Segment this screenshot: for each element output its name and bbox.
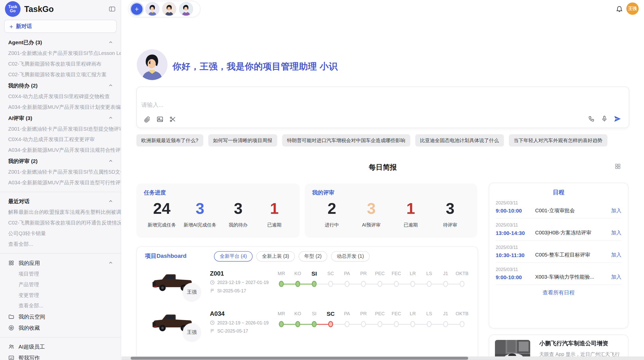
folder-icon xyxy=(8,314,14,320)
sidebar-item-cloud-space[interactable]: 我的云空间 xyxy=(0,311,121,322)
scrollbar-thumb[interactable] xyxy=(131,357,468,359)
tab-new-platform[interactable]: 全新平台 (4) xyxy=(214,251,253,261)
add-agent-button[interactable]: + xyxy=(131,3,142,15)
sidebar-item[interactable]: C02-飞腾新能源轻客改款项目里程碑画布 xyxy=(0,59,121,69)
suggestion-chip[interactable]: 欧洲新规最近颁布了什么? xyxy=(136,134,203,146)
main-content: + 王强 你好，王强，我是你的项目管理助理 小识 xyxy=(122,0,644,360)
horizontal-scrollbar[interactable] xyxy=(122,356,644,360)
chevron-up-icon xyxy=(108,115,113,121)
project-dashboard-card: 项目Dashboard 全新平台 (4) 全新上装 (3) 年型 (2) 动总开… xyxy=(136,246,478,360)
stat-in-progress: 2进行中 xyxy=(317,199,346,228)
suggestion-chip[interactable]: 比亚迪全固态电池计划具体说了什么 xyxy=(415,134,504,146)
section-my-todo[interactable]: 我的待办 (2) xyxy=(0,80,121,91)
sidebar-item[interactable]: Z001-全新燃油皮卡产品开发项目SI节点Lesson Learn报告 xyxy=(0,48,121,59)
sidebar-item-favorites[interactable]: 我的收藏 xyxy=(0,322,121,334)
flag-icon xyxy=(210,288,215,293)
suggestion-chip[interactable]: 特朗普可能对进口汽车增税会对中国车企造成哪些影响 xyxy=(282,134,410,146)
microphone-icon[interactable] xyxy=(601,115,608,122)
app-item-product-mgmt[interactable]: 产品管理 xyxy=(0,279,121,290)
tab-new-body[interactable]: 全新上装 (3) xyxy=(256,251,295,261)
sidebar-item[interactable]: Z001-全新燃油轻卡产品开发项目SI造型提交物评审 xyxy=(0,124,121,134)
scissors-icon[interactable] xyxy=(169,116,176,123)
schedule-event: 2025/03/11 9:00-10:00 C001-立项审批会 加入 xyxy=(496,196,621,218)
taskgo-logo: TaskGo xyxy=(5,1,20,17)
sidebar-item[interactable]: A034-全新新能源MUV产品开发项目法规符合性评审 xyxy=(0,145,121,156)
recent-chat-item[interactable]: 公司Q3轻卡销量 xyxy=(0,228,121,239)
sidebar-item[interactable]: C02-飞腾新能源轻客改款项目立项汇报方案 xyxy=(0,69,121,80)
new-chat-button[interactable]: + 新对话 xyxy=(4,20,116,33)
suggestion-chip[interactable]: 如何写一份清晰的项目周报 xyxy=(208,134,277,146)
app-item-project-mgmt[interactable]: 项目管理 xyxy=(0,268,121,279)
view-all-apps-link[interactable]: 查看全部... xyxy=(0,301,121,311)
project-row[interactable]: 王强 Z001 2023-12-19 ~ 2027-01-19 SI-2025-… xyxy=(145,268,470,305)
assistant-avatar xyxy=(137,49,168,80)
schedule-title: 日程 xyxy=(496,189,621,196)
chat-input[interactable] xyxy=(140,101,512,108)
event-time: 13:00-14:30 xyxy=(496,230,535,236)
sidebar: TaskGo TaskGo + 新对话 Agent已办 (3) Z001-全新燃… xyxy=(0,0,121,360)
sidebar-item-my-apps[interactable]: 我的应用 xyxy=(0,257,121,268)
event-title: C005-整车工程目标评审 xyxy=(535,252,611,259)
stat-new-done: 24新增完成任务 xyxy=(148,199,176,228)
event-time: 9:00-10:00 xyxy=(496,208,535,214)
sidebar-item[interactable]: A034-全新新能源MUV产品开发项目造型可行性评审 xyxy=(0,177,121,188)
event-time: 10:30-11:30 xyxy=(496,252,535,258)
join-link[interactable]: 加入 xyxy=(611,274,621,281)
divider xyxy=(0,192,121,192)
schedule-event: 2025/03/11 10:30-11:30 C005-整车工程目标评审 加入 xyxy=(496,241,621,263)
sidebar-item[interactable]: Z001-全新燃油轻卡产品开发项目SI节点属性5D文件评审 xyxy=(0,167,121,177)
join-link[interactable]: 加入 xyxy=(611,207,621,214)
plus-icon: + xyxy=(9,23,13,30)
suggestion-chip[interactable]: 当下年轻人对汽车外观有怎样的喜好趋势 xyxy=(509,134,607,146)
section-my-review[interactable]: 我的评审 (2) xyxy=(0,156,121,167)
agent-avatar[interactable] xyxy=(162,2,176,16)
greeting-text: 你好，王强，我是你的项目管理助理 小识 xyxy=(172,60,338,72)
sidebar-item[interactable]: A034-全新新能源MUV产品开发项目计划变更表编写 xyxy=(0,102,121,112)
app-title: TaskGo xyxy=(24,4,108,14)
sidebar-item-help-me-write[interactable]: 帮我写作 xyxy=(0,352,121,360)
chevron-up-icon xyxy=(108,83,113,88)
agent-avatar[interactable] xyxy=(179,2,193,16)
phone-call-icon[interactable] xyxy=(588,115,595,122)
stat-overdue: 1已逾期 xyxy=(260,199,289,228)
milestone-chain: MRKOSISCPAPRPECFECLRLSJ1OKTB xyxy=(273,269,470,294)
chat-composer xyxy=(136,87,629,128)
join-link[interactable]: 加入 xyxy=(611,252,621,259)
project-owner-badge: 王强 xyxy=(183,283,201,301)
collapse-sidebar-icon[interactable] xyxy=(108,5,116,13)
layout-grid-icon[interactable] xyxy=(614,163,621,170)
section-ai-review[interactable]: AI评审 (3) xyxy=(0,112,121,124)
card-title: 任务进度 xyxy=(144,189,292,197)
sidebar-item[interactable]: C0X4-动力总成开发项目工程变更评审 xyxy=(0,134,121,145)
sidebar-item[interactable]: C0X4-动力总成开发项目SI里程碑提交物检查 xyxy=(0,91,121,102)
schedule-event: 2025/03/11 13:00-14:30 C003|H0B-方案冻结评审 加… xyxy=(496,218,621,241)
daily-briefing-title: 每日简报 xyxy=(122,162,644,172)
view-all-schedule-link[interactable]: 查看所有日程 xyxy=(496,289,621,296)
attachment-icon[interactable] xyxy=(144,116,151,123)
recent-chat-item[interactable]: C02-飞腾新能源轻客改款项目的闭环通告反馈情况 xyxy=(0,218,121,228)
news-title: 小鹏飞行汽车制造公司增资 xyxy=(539,340,622,347)
send-icon[interactable] xyxy=(614,115,622,123)
sidebar-item-ai-super-staff[interactable]: AI超级员工 xyxy=(0,341,121,352)
stat-pending-review: 3待评审 xyxy=(436,199,464,228)
project-row[interactable]: 王强 A034 2023-12-19 ~ 2026-01-19 SC-2025-… xyxy=(145,308,470,345)
join-link[interactable]: 加入 xyxy=(611,230,621,236)
tab-powertrain[interactable]: 动总开发 (1) xyxy=(331,251,370,261)
tab-model-year[interactable]: 年型 (2) xyxy=(299,251,327,261)
agent-avatar[interactable] xyxy=(145,2,159,16)
stat-my-todo: 3我的待办 xyxy=(224,199,253,228)
user-avatar[interactable]: 王强 xyxy=(626,3,639,15)
clock-icon xyxy=(210,320,215,325)
app-item-change-mgmt[interactable]: 变更管理 xyxy=(0,290,121,301)
image-icon[interactable] xyxy=(156,116,163,123)
task-progress-card: 任务进度 24新增完成任务 3新增AI完成任务 3我的待办 1已逾期 xyxy=(136,184,300,238)
notification-bell-icon[interactable] xyxy=(616,5,623,12)
section-recent-chats[interactable]: 最近对话 xyxy=(0,196,121,207)
view-all-chats-link[interactable]: 查看全部... xyxy=(0,239,121,250)
section-agent-done[interactable]: Agent已办 (3) xyxy=(0,37,121,48)
stat-ai-prereview: 3AI预评审 xyxy=(357,199,386,228)
milestone-chain: MRKOSISCPAPRPECFECLRLSJ1OKTB xyxy=(273,309,470,334)
recent-chat-item[interactable]: 解释最新出台的欧盟报废车法规再生塑料比例被调至15%... xyxy=(0,207,121,218)
chevron-up-icon xyxy=(108,260,113,266)
writing-icon xyxy=(8,355,14,360)
